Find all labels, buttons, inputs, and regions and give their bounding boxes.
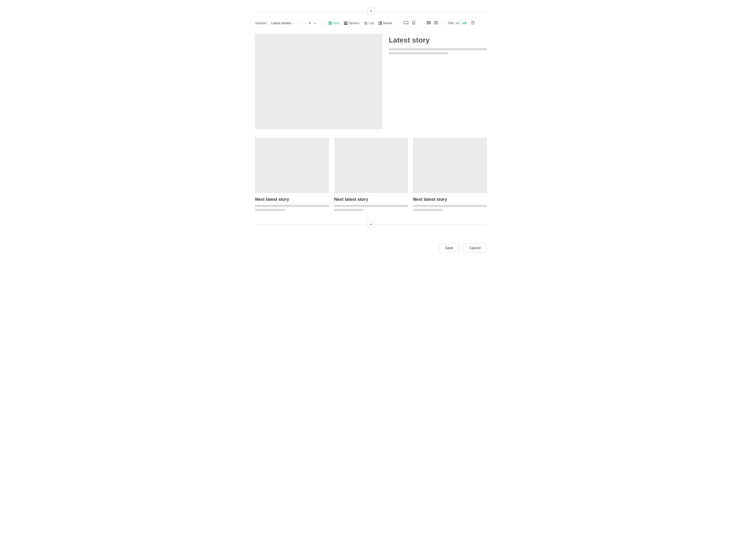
title-toggle-control: Title: on | off — [447, 21, 467, 25]
story-2-placeholder-2 — [334, 209, 364, 211]
three-col-icon — [427, 21, 431, 24]
story-title-3: Next latest story — [413, 197, 487, 202]
count-control: - 4 + — [304, 20, 317, 26]
content-area: Latest story Next latest story Next late… — [255, 34, 487, 213]
stream-icon — [344, 21, 348, 25]
toolbar-divider-1 — [398, 20, 399, 26]
count-minus-button[interactable]: - — [304, 20, 307, 26]
svg-rect-20 — [434, 21, 436, 24]
view-mixed-label: Mixed — [383, 21, 392, 25]
svg-rect-3 — [330, 23, 332, 25]
section-dropdown[interactable]: Latest stories ⌄ — [271, 21, 294, 25]
section-label: Section: — [255, 21, 267, 25]
story-card-3: Next latest story — [413, 138, 487, 213]
device-mode-controls — [403, 20, 417, 26]
story-card-1: Next latest story — [255, 138, 329, 213]
column-mode-controls — [426, 20, 439, 26]
svg-rect-1 — [330, 22, 332, 23]
svg-rect-13 — [404, 21, 408, 24]
view-stream-label: Stream — [349, 21, 359, 25]
svg-rect-18 — [428, 21, 429, 24]
chevron-down-icon: ⌄ — [292, 22, 294, 24]
view-stream-button[interactable]: Stream — [342, 20, 362, 26]
view-mixed-button[interactable]: Mixed — [376, 20, 394, 26]
toolbar-divider-3 — [443, 20, 443, 26]
three-col-button[interactable] — [426, 20, 432, 26]
svg-rect-0 — [329, 22, 330, 23]
mobile-view-button[interactable] — [411, 20, 417, 26]
svg-rect-22 — [472, 22, 474, 24]
featured-placeholder-2 — [389, 52, 448, 54]
svg-rect-17 — [427, 21, 428, 24]
featured-story-title: Latest story — [389, 36, 487, 45]
svg-rect-2 — [329, 23, 330, 25]
separator-1: | — [298, 21, 299, 26]
view-list-button[interactable]: List — [362, 20, 376, 26]
two-col-icon — [434, 21, 438, 24]
view-mode-controls: Grid Stream List — [326, 20, 394, 26]
bottom-actions: Save Cancel — [255, 244, 487, 252]
count-value: 4 — [309, 21, 311, 25]
svg-rect-11 — [380, 22, 382, 23]
count-plus-button[interactable]: + — [313, 20, 317, 26]
desktop-icon — [404, 21, 408, 24]
story-title-2: Next latest story — [334, 197, 408, 202]
story-card-2: Next latest story — [334, 138, 408, 213]
featured-story-content: Latest story — [389, 34, 487, 56]
section-toolbar: Section: Latest stories ⌄ | - 4 + | Grid — [255, 17, 487, 29]
delete-section-button[interactable] — [470, 20, 476, 26]
featured-story-row: Latest story — [255, 34, 487, 130]
story-3-placeholder-2 — [413, 209, 443, 211]
add-section-bottom-button[interactable]: + — [367, 221, 375, 228]
mobile-icon — [412, 21, 416, 24]
svg-rect-5 — [344, 23, 347, 24]
two-col-button[interactable] — [433, 20, 439, 26]
title-toggle-label: Title: — [447, 21, 455, 25]
add-section-top-button[interactable]: + — [367, 8, 375, 15]
svg-rect-19 — [430, 21, 431, 24]
svg-rect-12 — [380, 23, 382, 25]
top-divider-row: + — [255, 8, 487, 15]
svg-rect-4 — [344, 22, 347, 22]
featured-story-image — [255, 34, 383, 130]
cancel-button[interactable]: Cancel — [463, 244, 487, 252]
trash-icon — [471, 20, 475, 25]
view-list-label: List — [369, 21, 374, 25]
title-separator: | — [461, 21, 461, 25]
mixed-icon — [378, 21, 382, 25]
toolbar-divider-2 — [421, 20, 422, 26]
story-image-2 — [334, 138, 408, 193]
bottom-divider-row: + — [255, 221, 487, 228]
story-3-placeholder-1 — [413, 205, 487, 207]
section-value: Latest stories — [271, 21, 291, 25]
svg-point-16 — [414, 23, 414, 24]
svg-rect-10 — [379, 22, 380, 25]
view-grid-button[interactable]: Grid — [326, 20, 341, 26]
title-off-button[interactable]: off — [463, 21, 467, 25]
list-icon — [364, 21, 368, 25]
story-image-3 — [413, 138, 487, 193]
svg-rect-6 — [344, 24, 347, 25]
save-button[interactable]: Save — [438, 244, 460, 252]
story-1-placeholder-1 — [255, 205, 329, 207]
featured-placeholder-1 — [389, 48, 487, 50]
title-on-button[interactable]: on — [456, 21, 459, 25]
view-grid-label: Grid — [333, 21, 339, 25]
grid-icon — [328, 21, 332, 25]
stories-grid: Next latest story Next latest story Next… — [255, 138, 487, 213]
svg-rect-21 — [436, 21, 438, 24]
story-2-placeholder-1 — [334, 205, 408, 207]
story-1-placeholder-2 — [255, 209, 285, 211]
desktop-view-button[interactable] — [403, 20, 409, 26]
separator-2: | — [321, 21, 322, 26]
story-title-1: Next latest story — [255, 197, 329, 202]
story-image-1 — [255, 138, 329, 193]
